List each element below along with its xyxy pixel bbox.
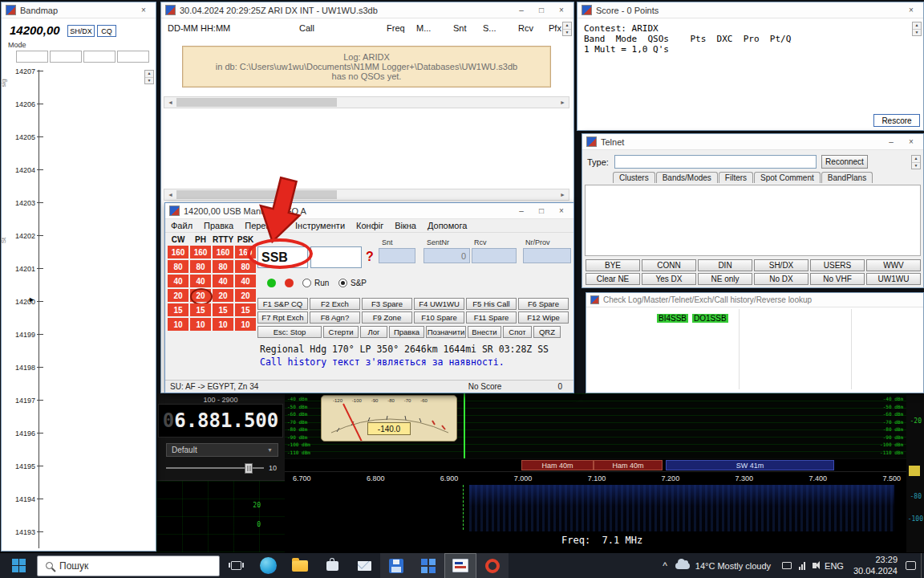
band-button[interactable]: 160 — [168, 246, 188, 258]
menu-view[interactable]: Перегляд — [239, 221, 290, 230]
bandmap-spinner[interactable]: ▲▼ — [144, 70, 154, 84]
log-spinner[interactable]: ▲▼ — [562, 22, 572, 36]
f2-button[interactable]: F2 Exch — [310, 298, 360, 310]
band-button[interactable]: 10 — [213, 318, 233, 331]
f10-button[interactable]: F10 Spare — [414, 311, 464, 324]
no-vhf-button[interactable]: No VHF — [810, 273, 865, 285]
band-button[interactable]: 20 — [235, 289, 256, 302]
log-titlebar[interactable]: 30.04.2024 20:29:25Z ARI DX INT - UW1WU.… — [161, 2, 573, 18]
bandmap-field[interactable] — [117, 51, 149, 63]
shdx-button[interactable]: SH/DX — [67, 25, 95, 37]
uw1wu-button[interactable]: UW1WU — [866, 273, 921, 285]
tab-filters[interactable]: Filters — [719, 172, 753, 183]
band-button[interactable]: 15 — [168, 303, 188, 316]
reconnect-button[interactable]: Reconnect — [821, 155, 868, 169]
close-icon[interactable]: × — [903, 136, 919, 148]
f8-button[interactable]: F8 Agn? — [310, 311, 360, 324]
frequency-ruler[interactable]: 6.7006.8006.9007.0007.1007.2007.3007.400… — [285, 471, 906, 485]
tab-spot-comment[interactable]: Spot Comment — [754, 172, 821, 183]
rcv-field[interactable] — [472, 248, 517, 263]
weather-text[interactable]: 14°C Mostly cloudy — [695, 561, 771, 571]
log-col-header[interactable]: Call — [299, 23, 314, 33]
band-button[interactable]: 80 — [235, 260, 256, 273]
f12-button[interactable]: F12 Wipe — [518, 311, 569, 324]
entry-titlebar[interactable]: 14200,00 USB Manual - VFO A – □ × — [165, 203, 573, 219]
close-icon[interactable]: × — [553, 4, 569, 16]
band-button[interactable]: 160 — [213, 246, 233, 258]
shdx-button[interactable]: SH/DX — [754, 259, 808, 271]
conn-button[interactable]: CONN — [642, 259, 696, 271]
f11-button[interactable]: F11 Spare — [466, 311, 517, 324]
band-button[interactable]: 15 — [235, 303, 256, 316]
bandmap-field[interactable] — [83, 51, 116, 63]
maximize-icon[interactable]: □ — [533, 205, 549, 217]
tray-expand-chevron[interactable]: ^ — [663, 560, 667, 572]
menu-config[interactable]: Конфіг — [351, 221, 389, 230]
edge-taskbar-button[interactable] — [252, 553, 284, 578]
f3-button[interactable]: F3 Spare — [362, 298, 412, 310]
log-col-header[interactable]: DD-MM HH:MM — [168, 23, 230, 33]
scroll-left-icon[interactable]: ◄ — [164, 97, 176, 108]
scroll-right-icon[interactable]: ► — [557, 97, 569, 108]
band-segment[interactable]: Ham 40m — [521, 460, 594, 470]
bye-button[interactable]: BYE — [586, 259, 640, 271]
log-col-header[interactable]: Rcv — [518, 23, 533, 33]
task-view-button[interactable] — [220, 553, 252, 578]
sp-radio[interactable] — [338, 279, 347, 287]
band-button[interactable]: 10 — [190, 318, 211, 331]
nr-prov-field[interactable] — [523, 248, 571, 263]
callsign-input[interactable]: SSB — [257, 246, 308, 268]
start-button[interactable] — [0, 553, 37, 578]
frequency-display[interactable]: 06.881.500 — [158, 404, 283, 438]
minimize-icon[interactable]: – — [513, 205, 529, 217]
f4-button[interactable]: F4 UW1WU — [414, 298, 464, 310]
minimize-icon[interactable]: – — [883, 136, 899, 148]
telnet-type-input[interactable] — [614, 155, 817, 169]
rescore-button[interactable]: Rescore — [873, 114, 920, 127]
check-call[interactable]: BI4SSB — [657, 314, 688, 323]
clear-ne-button[interactable]: Clear NE — [586, 273, 640, 285]
log-col-header[interactable]: M... — [416, 23, 431, 33]
band-button[interactable]: 80 — [168, 260, 188, 273]
menu-windows[interactable]: Вікна — [389, 221, 422, 230]
action-center-icon[interactable] — [906, 561, 916, 570]
f7-button[interactable]: F7 Rpt Exch — [257, 311, 308, 324]
band-button[interactable]: 80 — [190, 260, 211, 273]
bandmap-field[interactable] — [50, 51, 82, 63]
band-button[interactable]: 80 — [213, 260, 233, 273]
scroll-thumb[interactable] — [176, 190, 337, 199]
menu-help[interactable]: Допомога — [422, 221, 472, 230]
telnet-titlebar[interactable]: Telnet – × — [582, 134, 923, 150]
band-button[interactable]: 40 — [168, 275, 188, 287]
band-button[interactable]: 40 — [190, 275, 211, 287]
file-explorer-button[interactable] — [284, 553, 316, 578]
qrz-button[interactable]: QRZ — [533, 326, 561, 338]
snt-field[interactable] — [379, 248, 415, 263]
band-button[interactable]: 15 — [213, 303, 233, 316]
score-spinner[interactable]: ▲▼ — [912, 22, 922, 36]
show-desktop-button[interactable] — [921, 553, 924, 578]
close-icon[interactable]: × — [553, 205, 569, 217]
log-scrollbar-2[interactable]: ◄ ► — [164, 189, 569, 201]
f6-button[interactable]: F6 Spare — [518, 298, 569, 310]
menu-edit[interactable]: Правка — [198, 221, 239, 230]
f1-button[interactable]: F1 S&P CQ — [257, 298, 308, 310]
bandmap-field[interactable] — [16, 51, 48, 63]
spot-button[interactable]: Спот — [503, 326, 532, 338]
language-indicator[interactable]: ENG — [825, 561, 844, 571]
band-button[interactable]: 10 — [168, 318, 188, 331]
maximize-icon[interactable]: □ — [533, 4, 549, 16]
telnet-output-panel[interactable] — [585, 185, 921, 256]
check-call[interactable]: DO1SSB — [692, 314, 728, 323]
floppy-app-button[interactable] — [380, 553, 412, 578]
clock[interactable]: 23:29 30.04.2024 — [853, 555, 898, 576]
users-button[interactable]: USERS — [810, 259, 865, 271]
band-button[interactable]: 40 — [213, 275, 233, 287]
tab-clusters[interactable]: Clusters — [613, 172, 655, 183]
tab-bands-modes[interactable]: Bands/Modes — [656, 172, 718, 183]
log-col-header[interactable]: Snt — [453, 23, 467, 33]
volume-icon[interactable] — [813, 563, 817, 568]
check-titlebar[interactable]: Check Log/Master/Telnet/Exch/Call histor… — [586, 293, 923, 307]
log-col-header[interactable]: S... — [483, 23, 496, 33]
waterfall-display[interactable]: Freq: 7.1 MHz — [285, 485, 906, 552]
